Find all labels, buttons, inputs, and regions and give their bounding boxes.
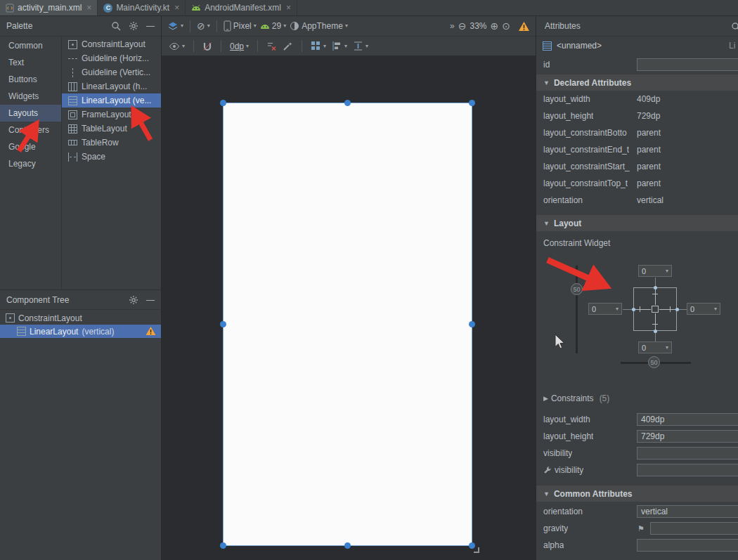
clear-constraints-button[interactable] <box>266 41 277 51</box>
selection-handle[interactable] <box>220 542 226 549</box>
attr-row[interactable]: gravity ⚑ <box>536 520 738 537</box>
search-icon[interactable] <box>111 21 121 31</box>
attr-row[interactable]: layout_constraintBotto parent <box>536 124 738 141</box>
tab-androidmanifest-xml[interactable]: AndroidManifest.xml × <box>186 0 297 15</box>
layout-height-input[interactable]: 729dp <box>637 430 738 443</box>
margin-left-dropdown[interactable]: 0▾ <box>588 303 622 315</box>
margin-bottom-dropdown[interactable]: 0▾ <box>638 341 672 353</box>
vertical-bias-slider[interactable] <box>576 266 578 353</box>
palette-item-framelayout[interactable]: FrameLayout <box>62 108 161 122</box>
attr-row[interactable]: orientation vertical <box>536 192 738 209</box>
bottom-anchor[interactable] <box>654 330 657 333</box>
gravity-input[interactable] <box>650 522 738 535</box>
attr-row[interactable]: layout_constraintEnd_t parent <box>536 141 738 158</box>
toolbar-overflow-chevrons[interactable]: » <box>450 21 455 31</box>
tree-item-linearlayout-vertical[interactable]: LinearLayout(vertical) <box>0 325 161 338</box>
attr-row[interactable]: alpha <box>536 537 738 554</box>
component-icon <box>543 41 552 51</box>
section-common-attributes[interactable]: ▼ Common Attributes <box>536 486 738 502</box>
align-selector[interactable]: ▾ <box>332 41 347 51</box>
close-icon[interactable]: × <box>286 4 291 12</box>
orientation-input[interactable]: vertical <box>637 505 738 518</box>
device-artboard[interactable] <box>223 103 472 546</box>
attr-row[interactable]: layout_width 409dp <box>536 91 738 108</box>
attr-row[interactable]: layout_height 729dp <box>536 428 738 445</box>
palette-item-linearlayout-vertical[interactable]: LinearLayout (ve... <box>62 93 161 108</box>
margin-right-dropdown[interactable]: 0▾ <box>687 303 720 315</box>
right-anchor[interactable] <box>675 308 679 311</box>
palette-item-guideline-horizontal[interactable]: Guideline (Horiz... <box>62 51 161 65</box>
selection-handle[interactable] <box>469 321 475 327</box>
palette-item-constraintlayout[interactable]: ConstraintLayout <box>62 37 161 51</box>
palette-category-buttons[interactable]: Buttons <box>0 71 61 88</box>
divider <box>221 40 221 52</box>
default-margin-selector[interactable]: 0dp ▾ <box>230 41 249 51</box>
attr-row[interactable]: layout_height 729dp <box>536 108 738 124</box>
zoom-in-button[interactable]: ⊕ <box>491 20 499 32</box>
palette-category-text[interactable]: Text <box>0 54 61 71</box>
palette-item-tablerow[interactable]: TableRow <box>62 136 161 150</box>
vertical-bias-value[interactable]: 50 <box>571 283 583 295</box>
design-surface-selector[interactable]: ▾ <box>167 21 183 32</box>
autoconnect-toggle[interactable] <box>202 41 212 51</box>
infer-constraints-button[interactable] <box>283 41 293 51</box>
palette-item-space[interactable]: Space <box>62 150 161 164</box>
selection-handle[interactable] <box>220 100 226 106</box>
attr-row[interactable]: visibility <box>536 445 738 462</box>
palette-category-google[interactable]: Google <box>0 138 61 155</box>
selection-handle[interactable] <box>220 321 226 327</box>
render-warning-icon[interactable] <box>518 21 530 32</box>
orientation-selector[interactable]: ⊘ ▾ <box>197 20 210 32</box>
palette-category-common[interactable]: Common <box>0 37 61 54</box>
margin-top-dropdown[interactable]: 0▾ <box>638 265 672 277</box>
gear-icon[interactable] <box>129 295 138 305</box>
api-level-selector[interactable]: 29 ▾ <box>260 21 286 31</box>
design-canvas[interactable] <box>162 56 536 560</box>
palette-item-tablelayout[interactable]: TableLayout <box>62 122 161 136</box>
device-selector[interactable]: Pixel ▾ <box>224 20 257 32</box>
view-options-button[interactable]: ▾ <box>169 41 185 52</box>
zoom-out-button[interactable]: ⊖ <box>458 20 467 32</box>
close-icon[interactable]: × <box>86 4 91 12</box>
tree-item-constraintlayout[interactable]: ConstraintLayout <box>0 311 161 325</box>
resize-handle[interactable] <box>474 547 479 553</box>
selection-handle[interactable] <box>344 100 351 106</box>
tools-visibility-input[interactable] <box>637 464 738 476</box>
expand-vertical-icon <box>353 41 363 51</box>
pack-selector[interactable]: ▾ <box>311 41 326 51</box>
selection-handle[interactable] <box>469 100 475 106</box>
section-layout[interactable]: ▼ Layout <box>536 215 738 231</box>
zoom-to-fit-button[interactable]: ⊙ <box>502 20 510 32</box>
hide-panel-icon[interactable]: — <box>146 21 155 31</box>
id-input[interactable] <box>637 58 738 71</box>
close-icon[interactable]: × <box>174 4 179 12</box>
attr-row[interactable]: visibility <box>536 462 738 478</box>
hide-panel-icon[interactable]: — <box>146 295 155 305</box>
constraints-group-row[interactable]: ▶Constraints(5) <box>536 390 738 407</box>
palette-category-legacy[interactable]: Legacy <box>0 155 61 172</box>
palette-item-linearlayout-horizontal[interactable]: LinearLayout (h... <box>62 79 161 93</box>
gear-icon[interactable] <box>129 21 138 31</box>
horizontal-bias-value[interactable]: 50 <box>648 356 660 368</box>
guidelines-selector[interactable]: ▾ <box>353 41 368 51</box>
visibility-input[interactable] <box>637 447 738 460</box>
selection-handle[interactable] <box>344 542 351 549</box>
attr-row[interactable]: layout_constraintStart_ parent <box>536 158 738 175</box>
attr-row[interactable]: layout_width 409dp <box>536 411 738 428</box>
attr-row[interactable]: orientation vertical <box>536 503 738 520</box>
layout-width-input[interactable]: 409dp <box>637 413 738 426</box>
palette-category-containers[interactable]: Containers <box>0 122 61 138</box>
component-tree: ConstraintLayout LinearLayout(vertical) <box>0 309 161 560</box>
palette-category-widgets[interactable]: Widgets <box>0 88 61 105</box>
section-declared-attributes[interactable]: ▼ Declared Attributes <box>536 74 738 91</box>
theme-selector[interactable]: AppTheme ▾ <box>290 21 348 31</box>
tab-mainactivity-kt[interactable]: C MainActivity.kt × <box>98 0 186 15</box>
attr-row[interactable]: layout_constraintTop_t parent <box>536 175 738 192</box>
tab-activity-main-xml[interactable]: activity_main.xml × <box>0 0 98 15</box>
palette-item-guideline-vertical[interactable]: Guideline (Vertic... <box>62 65 161 79</box>
design-surface-region: ▾ ⊘ ▾ Pixel ▾ 29 ▾ AppTheme ▾ » ⊖ 33% ⊕ … <box>162 16 536 560</box>
palette-category-layouts[interactable]: Layouts <box>0 105 61 122</box>
search-icon[interactable] <box>731 22 738 32</box>
alpha-input[interactable] <box>637 539 738 552</box>
warning-icon[interactable] <box>145 326 156 336</box>
